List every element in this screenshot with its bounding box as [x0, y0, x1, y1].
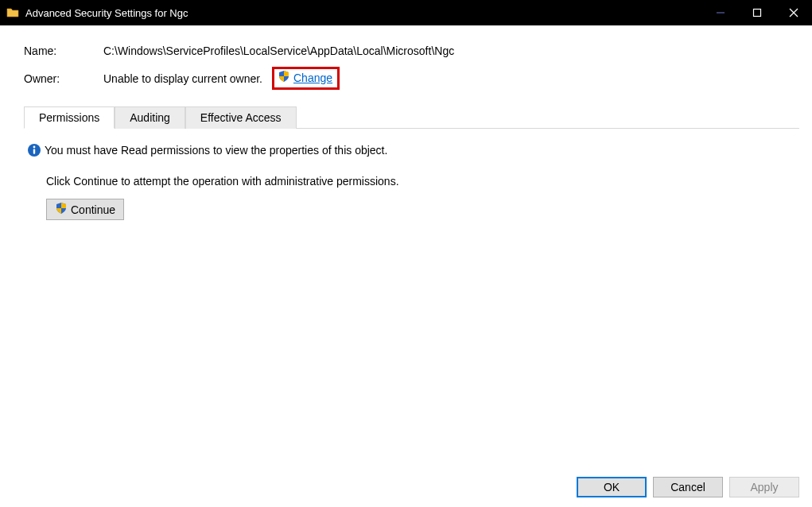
svg-rect-1: [754, 10, 761, 17]
continue-button-label: Continue: [71, 203, 115, 216]
tab-permissions[interactable]: Permissions: [24, 106, 115, 129]
info-message: You must have Read permissions to view t…: [45, 144, 387, 157]
owner-label: Owner:: [24, 72, 103, 85]
window-title: Advanced Security Settings for Ngc: [25, 7, 188, 19]
close-button[interactable]: [775, 0, 812, 25]
name-value: C:\Windows\ServiceProfiles\LocalService\…: [103, 45, 454, 57]
continue-button[interactable]: Continue: [46, 199, 124, 220]
ok-button[interactable]: OK: [577, 477, 647, 497]
change-owner-link[interactable]: Change: [293, 72, 332, 84]
apply-button: Apply: [729, 477, 799, 497]
info-icon: [27, 143, 41, 157]
svg-rect-6: [33, 149, 35, 153]
dialog-buttons: OK Cancel Apply: [577, 477, 799, 497]
window-controls: [702, 0, 812, 25]
tab-page-permissions: You must have Read permissions to view t…: [24, 129, 799, 223]
dialog-content: Name: C:\Windows\ServiceProfiles\LocalSe…: [0, 25, 812, 466]
info-row: You must have Read permissions to view t…: [27, 143, 796, 157]
tabstrip: Permissions Auditing Effective Access: [24, 106, 799, 129]
change-owner-highlight: Change: [272, 67, 340, 90]
svg-point-5: [33, 146, 36, 149]
shield-icon: [55, 202, 68, 217]
name-row: Name: C:\Windows\ServiceProfiles\LocalSe…: [24, 45, 799, 57]
name-label: Name:: [24, 45, 103, 57]
owner-row: Owner: Unable to display current owner. …: [24, 67, 799, 90]
shield-icon: [278, 70, 290, 85]
titlebar: Advanced Security Settings for Ngc: [0, 0, 812, 25]
minimize-button[interactable]: [702, 0, 739, 25]
maximize-button[interactable]: [739, 0, 775, 25]
titlebar-left: Advanced Security Settings for Ngc: [6, 6, 188, 19]
cancel-button[interactable]: Cancel: [653, 477, 723, 497]
tab-effective-access[interactable]: Effective Access: [185, 106, 297, 129]
continue-hint: Click Continue to attempt the operation …: [46, 175, 796, 188]
tab-auditing[interactable]: Auditing: [115, 106, 185, 129]
owner-value-group: Unable to display current owner. Change: [103, 67, 340, 90]
owner-value: Unable to display current owner.: [103, 72, 262, 85]
folder-icon: [6, 6, 19, 19]
